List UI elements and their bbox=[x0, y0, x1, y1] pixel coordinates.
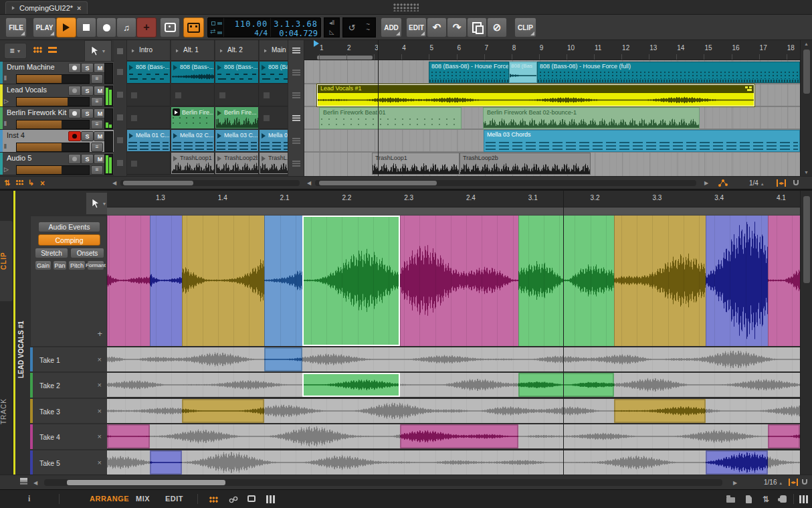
metronome-button[interactable]: ♫ bbox=[116, 17, 136, 37]
track-name[interactable]: Lead Vocals bbox=[7, 86, 67, 94]
launcher-clip[interactable]: Mella 03 C... bbox=[215, 130, 259, 152]
volume-slider[interactable] bbox=[16, 165, 90, 175]
scene-header-intro[interactable]: Intro bbox=[127, 40, 171, 61]
hand-tool-icon[interactable] bbox=[780, 495, 787, 503]
empty-clip-slot[interactable] bbox=[127, 107, 171, 129]
track-name[interactable]: Drum Machine bbox=[7, 63, 67, 71]
scroll-thumb[interactable] bbox=[803, 196, 810, 283]
track-name[interactable]: Berlin Firework Kit bbox=[7, 108, 67, 116]
track-name[interactable]: Audio 5 bbox=[7, 154, 67, 162]
tab-arrange[interactable]: ARRANGE bbox=[90, 495, 129, 503]
clear-icon[interactable]: × bbox=[40, 179, 45, 188]
take-row-3[interactable]: Take 3× bbox=[30, 398, 107, 423]
launcher-clip[interactable]: 808 (Bass-... bbox=[215, 62, 259, 84]
track-layout-button[interactable]: ≡▼ bbox=[4, 43, 27, 59]
clip-menu-button[interactable]: CLIP bbox=[514, 17, 536, 37]
stop-button[interactable] bbox=[76, 17, 96, 37]
scene-header-alt1[interactable]: Alt. 1 bbox=[171, 40, 215, 61]
take-lane-2[interactable] bbox=[107, 371, 800, 398]
editor-hscroll[interactable] bbox=[44, 479, 722, 486]
arranger-grid-value[interactable]: 1/4 ▲ bbox=[749, 179, 765, 187]
track-stop-button[interactable] bbox=[117, 137, 123, 143]
editor-ruler[interactable]: 1.31.42.12.22.32.43.13.23.33.44.1 bbox=[107, 191, 800, 207]
tab-edit[interactable]: EDIT bbox=[165, 495, 183, 503]
take-row-2[interactable]: Take 2× bbox=[30, 371, 107, 398]
stop-all-button[interactable] bbox=[117, 48, 123, 54]
clip-alt-icon[interactable] bbox=[292, 138, 300, 144]
link-icon[interactable] bbox=[229, 496, 238, 503]
loop-display[interactable]: ↺~~ bbox=[342, 17, 376, 37]
pan-button[interactable]: Pan bbox=[53, 260, 67, 270]
slot-grid-icon[interactable] bbox=[16, 180, 23, 186]
empty-clip-slot[interactable] bbox=[215, 84, 259, 106]
scroll-up-icon[interactable]: ▲ bbox=[804, 41, 809, 46]
track-menu-button[interactable]: ≡ bbox=[91, 165, 103, 175]
arranger-ruler[interactable]: 123456789101112131415161718 bbox=[304, 40, 800, 60]
solo-button[interactable]: S bbox=[81, 154, 94, 164]
file-menu-button[interactable]: FILE bbox=[5, 17, 27, 37]
song-position[interactable]: 3.1.3.68 bbox=[274, 19, 318, 29]
follow-arrow-icon[interactable]: ↳ bbox=[28, 179, 34, 187]
volume-slider[interactable] bbox=[16, 120, 90, 129]
project-tab[interactable]: CompingGUI22* × bbox=[5, 1, 88, 14]
arranger-clip-808-a[interactable]: 808 (Bass-08) - House Force ( bbox=[429, 62, 509, 83]
launcher-clip[interactable]: 808 (Bass-... bbox=[260, 62, 288, 84]
tab-track[interactable]: TRACK bbox=[0, 371, 13, 452]
delete-take-icon[interactable]: × bbox=[98, 355, 102, 363]
arranger-clip-berlin-b[interactable]: Berlin Firework Beat 02-bounce-1 bbox=[483, 107, 700, 129]
mixer-view-icon[interactable] bbox=[799, 495, 808, 503]
arranger-clip-berlin-a[interactable]: Berlin Firework Beat 01 bbox=[319, 107, 462, 129]
redo-button[interactable]: ↷ bbox=[447, 17, 467, 37]
launcher-clip[interactable]: TrashLoop2b bbox=[215, 153, 259, 175]
time-signature[interactable]: 4/4 bbox=[227, 29, 268, 37]
record-button[interactable] bbox=[96, 17, 116, 37]
volume-slider[interactable] bbox=[16, 97, 90, 106]
close-icon[interactable]: × bbox=[77, 4, 81, 12]
edit-menu-button[interactable]: EDIT bbox=[406, 17, 427, 37]
magnet-icon[interactable] bbox=[793, 180, 799, 185]
volume-slider[interactable] bbox=[16, 143, 90, 152]
comp-lane[interactable] bbox=[107, 216, 800, 346]
automation-follow-icon[interactable] bbox=[718, 179, 728, 187]
solo-button[interactable]: S bbox=[81, 131, 94, 141]
arranger-clip-808-c[interactable]: 808 (Bass-08) - House Force (full) bbox=[537, 62, 800, 83]
take-row-4[interactable]: Take 4× bbox=[30, 423, 107, 449]
arranger-clip-mella[interactable]: Mella 03 Chords bbox=[484, 130, 800, 152]
take-row-5[interactable]: Take 5× bbox=[30, 449, 107, 475]
clip-alt-icon[interactable] bbox=[292, 161, 300, 167]
track-row-inst-4[interactable]: Inst 4SM⫴≡ bbox=[0, 130, 114, 153]
undo-button[interactable]: ↶ bbox=[427, 17, 447, 37]
stretch-button[interactable]: Stretch bbox=[35, 248, 68, 258]
layers-icon[interactable] bbox=[20, 480, 27, 482]
pitch-button[interactable]: Pitch bbox=[68, 260, 86, 270]
track-name[interactable]: Inst 4 bbox=[7, 131, 67, 139]
mixer-columns-icon[interactable] bbox=[266, 495, 275, 503]
formant-button[interactable]: Formant bbox=[87, 260, 104, 270]
record-arm-button[interactable] bbox=[68, 86, 81, 96]
audio-events-button[interactable]: Audio Events bbox=[38, 222, 100, 232]
track-stop-button[interactable] bbox=[117, 92, 123, 98]
track-menu-button[interactable]: ≡ bbox=[91, 97, 103, 106]
io-routing-icon[interactable]: ⇅ bbox=[763, 495, 769, 504]
browser-icon[interactable] bbox=[726, 497, 735, 503]
add-menu-button[interactable]: ADD bbox=[381, 17, 402, 37]
scroll-thumb[interactable] bbox=[123, 181, 193, 185]
launcher-clip[interactable]: Mella 0... bbox=[260, 130, 288, 152]
clip-alt-icon[interactable] bbox=[292, 70, 300, 76]
launcher-clip[interactable]: Berlin Fire... bbox=[215, 107, 259, 129]
io-swap-icon[interactable]: ⇅ bbox=[4, 179, 10, 187]
clip-launcher-toggle-icon[interactable] bbox=[209, 497, 218, 503]
arranger-clip-808-b[interactable]: 808 (Bas bbox=[509, 62, 537, 83]
record-arm-button[interactable] bbox=[68, 108, 81, 118]
solo-button[interactable]: S bbox=[81, 63, 94, 73]
song-time[interactable]: 0:04.729 bbox=[274, 29, 318, 38]
comping-button[interactable]: Comping bbox=[38, 234, 100, 246]
track-row-drum-machine[interactable]: Drum MachineSM⫴≡ bbox=[0, 62, 114, 84]
scroll-thumb[interactable] bbox=[319, 181, 437, 185]
launcher-clip[interactable]: Mella 01 C... bbox=[127, 130, 171, 152]
empty-clip-slot[interactable] bbox=[260, 84, 288, 106]
arranger-scrollbar[interactable]: ▲ ▼ bbox=[800, 40, 812, 176]
track-menu-button[interactable]: ≡ bbox=[91, 74, 103, 84]
arranger-hscroll[interactable] bbox=[315, 180, 696, 186]
solo-button[interactable]: S bbox=[81, 86, 94, 96]
